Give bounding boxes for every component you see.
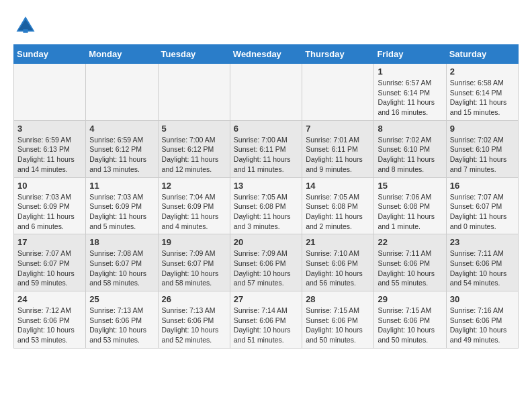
day-info: Sunrise: 7:10 AM Sunset: 6:06 PM Dayligh… — [306, 248, 370, 288]
day-number: 10 — [17, 181, 82, 191]
day-info: Sunrise: 7:11 AM Sunset: 6:06 PM Dayligh… — [378, 248, 442, 288]
day-info: Sunrise: 7:01 AM Sunset: 6:11 PM Dayligh… — [306, 135, 370, 175]
calendar-day-cell: 7Sunrise: 7:01 AM Sunset: 6:11 PM Daylig… — [302, 120, 374, 177]
calendar-day-cell: 28Sunrise: 7:15 AM Sunset: 6:06 PM Dayli… — [302, 291, 374, 349]
day-number: 5 — [162, 124, 226, 134]
day-info: Sunrise: 7:07 AM Sunset: 6:07 PM Dayligh… — [17, 248, 82, 288]
day-number: 26 — [162, 294, 226, 304]
calendar-week-row: 17Sunrise: 7:07 AM Sunset: 6:07 PM Dayli… — [14, 234, 519, 291]
day-number: 11 — [89, 181, 154, 191]
day-number: 24 — [17, 294, 82, 304]
calendar-day-cell: 24Sunrise: 7:12 AM Sunset: 6:06 PM Dayli… — [14, 291, 86, 349]
day-info: Sunrise: 7:02 AM Sunset: 6:10 PM Dayligh… — [378, 135, 442, 175]
day-number: 28 — [306, 294, 370, 304]
logo — [13, 13, 40, 38]
weekday-header-sunday: Sunday — [14, 45, 86, 64]
day-number: 25 — [89, 294, 154, 304]
day-info: Sunrise: 7:12 AM Sunset: 6:06 PM Dayligh… — [17, 306, 82, 345]
calendar-week-row: 10Sunrise: 7:03 AM Sunset: 6:09 PM Dayli… — [14, 177, 519, 234]
day-number: 4 — [89, 124, 154, 134]
day-info: Sunrise: 7:00 AM Sunset: 6:12 PM Dayligh… — [162, 135, 226, 175]
day-info: Sunrise: 7:16 AM Sunset: 6:06 PM Dayligh… — [450, 306, 515, 345]
calendar-day-cell: 23Sunrise: 7:11 AM Sunset: 6:06 PM Dayli… — [446, 234, 518, 291]
calendar-week-row: 24Sunrise: 7:12 AM Sunset: 6:06 PM Dayli… — [14, 291, 519, 349]
calendar-day-cell: 3Sunrise: 6:59 AM Sunset: 6:13 PM Daylig… — [14, 120, 86, 177]
day-number: 30 — [450, 294, 515, 304]
calendar-day-cell: 26Sunrise: 7:13 AM Sunset: 6:06 PM Dayli… — [158, 291, 230, 349]
calendar-day-cell: 27Sunrise: 7:14 AM Sunset: 6:06 PM Dayli… — [230, 291, 302, 349]
calendar-day-cell: 18Sunrise: 7:08 AM Sunset: 6:07 PM Dayli… — [86, 234, 158, 291]
day-number: 18 — [89, 237, 154, 247]
calendar-day-cell: 10Sunrise: 7:03 AM Sunset: 6:09 PM Dayli… — [14, 177, 86, 234]
page-header — [13, 13, 519, 38]
calendar-day-cell: 12Sunrise: 7:04 AM Sunset: 6:09 PM Dayli… — [158, 177, 230, 234]
weekday-header-wednesday: Wednesday — [230, 45, 302, 64]
weekday-header-thursday: Thursday — [302, 45, 374, 64]
calendar-day-cell: 22Sunrise: 7:11 AM Sunset: 6:06 PM Dayli… — [374, 234, 446, 291]
calendar-day-cell: 29Sunrise: 7:15 AM Sunset: 6:06 PM Dayli… — [374, 291, 446, 349]
day-number: 7 — [306, 124, 370, 134]
day-info: Sunrise: 7:15 AM Sunset: 6:06 PM Dayligh… — [378, 306, 442, 345]
calendar-day-cell: 13Sunrise: 7:05 AM Sunset: 6:08 PM Dayli… — [230, 177, 302, 234]
day-number: 20 — [234, 237, 298, 247]
calendar-day-cell: 2Sunrise: 6:58 AM Sunset: 6:14 PM Daylig… — [446, 64, 518, 121]
calendar-day-cell — [230, 64, 302, 121]
calendar-day-cell: 11Sunrise: 7:03 AM Sunset: 6:09 PM Dayli… — [86, 177, 158, 234]
day-number: 16 — [450, 181, 515, 191]
day-number: 21 — [306, 237, 370, 247]
day-info: Sunrise: 7:05 AM Sunset: 6:08 PM Dayligh… — [234, 192, 298, 232]
day-info: Sunrise: 7:00 AM Sunset: 6:11 PM Dayligh… — [234, 135, 298, 175]
weekday-header-monday: Monday — [86, 45, 158, 64]
day-info: Sunrise: 7:15 AM Sunset: 6:06 PM Dayligh… — [306, 306, 370, 345]
day-info: Sunrise: 6:59 AM Sunset: 6:13 PM Dayligh… — [17, 135, 82, 175]
calendar-table: SundayMondayTuesdayWednesdayThursdayFrid… — [13, 44, 519, 349]
calendar-week-row: 3Sunrise: 6:59 AM Sunset: 6:13 PM Daylig… — [14, 120, 519, 177]
calendar-day-cell: 21Sunrise: 7:10 AM Sunset: 6:06 PM Dayli… — [302, 234, 374, 291]
calendar-day-cell — [14, 64, 86, 121]
day-info: Sunrise: 7:14 AM Sunset: 6:06 PM Dayligh… — [234, 306, 298, 345]
logo-icon — [13, 13, 38, 38]
calendar-day-cell: 20Sunrise: 7:09 AM Sunset: 6:06 PM Dayli… — [230, 234, 302, 291]
day-info: Sunrise: 7:09 AM Sunset: 6:06 PM Dayligh… — [234, 248, 298, 288]
day-info: Sunrise: 7:05 AM Sunset: 6:08 PM Dayligh… — [306, 192, 370, 232]
calendar-day-cell: 1Sunrise: 6:57 AM Sunset: 6:14 PM Daylig… — [374, 64, 446, 121]
day-number: 23 — [450, 237, 515, 247]
calendar-week-row: 1Sunrise: 6:57 AM Sunset: 6:14 PM Daylig… — [14, 64, 519, 121]
calendar-day-cell: 16Sunrise: 7:07 AM Sunset: 6:07 PM Dayli… — [446, 177, 518, 234]
day-info: Sunrise: 7:13 AM Sunset: 6:06 PM Dayligh… — [162, 306, 226, 345]
day-number: 8 — [378, 124, 442, 134]
day-number: 2 — [450, 66, 515, 77]
day-number: 9 — [450, 124, 515, 134]
day-info: Sunrise: 6:59 AM Sunset: 6:12 PM Dayligh… — [89, 135, 154, 175]
day-info: Sunrise: 7:09 AM Sunset: 6:07 PM Dayligh… — [162, 248, 226, 288]
calendar-day-cell — [302, 64, 374, 121]
day-number: 19 — [162, 237, 226, 247]
day-number: 1 — [378, 66, 442, 77]
day-number: 12 — [162, 181, 226, 191]
calendar-day-cell: 6Sunrise: 7:00 AM Sunset: 6:11 PM Daylig… — [230, 120, 302, 177]
calendar-day-cell: 15Sunrise: 7:06 AM Sunset: 6:08 PM Dayli… — [374, 177, 446, 234]
svg-rect-2 — [23, 29, 28, 32]
day-number: 3 — [17, 124, 82, 134]
day-number: 27 — [234, 294, 298, 304]
calendar-day-cell: 19Sunrise: 7:09 AM Sunset: 6:07 PM Dayli… — [158, 234, 230, 291]
calendar-day-cell: 25Sunrise: 7:13 AM Sunset: 6:06 PM Dayli… — [86, 291, 158, 349]
day-info: Sunrise: 7:06 AM Sunset: 6:08 PM Dayligh… — [378, 192, 442, 232]
day-number: 29 — [378, 294, 442, 304]
day-info: Sunrise: 7:03 AM Sunset: 6:09 PM Dayligh… — [89, 192, 154, 232]
calendar-day-cell: 4Sunrise: 6:59 AM Sunset: 6:12 PM Daylig… — [86, 120, 158, 177]
day-info: Sunrise: 7:11 AM Sunset: 6:06 PM Dayligh… — [450, 248, 515, 288]
calendar-day-cell — [158, 64, 230, 121]
day-number: 13 — [234, 181, 298, 191]
day-number: 22 — [378, 237, 442, 247]
weekday-header-tuesday: Tuesday — [158, 45, 230, 64]
day-number: 14 — [306, 181, 370, 191]
weekday-header-friday: Friday — [374, 45, 446, 64]
day-info: Sunrise: 7:02 AM Sunset: 6:10 PM Dayligh… — [450, 135, 515, 175]
day-info: Sunrise: 6:58 AM Sunset: 6:14 PM Dayligh… — [450, 78, 515, 118]
calendar-day-cell: 5Sunrise: 7:00 AM Sunset: 6:12 PM Daylig… — [158, 120, 230, 177]
day-info: Sunrise: 7:03 AM Sunset: 6:09 PM Dayligh… — [17, 192, 82, 232]
day-info: Sunrise: 7:04 AM Sunset: 6:09 PM Dayligh… — [162, 192, 226, 232]
calendar-day-cell: 14Sunrise: 7:05 AM Sunset: 6:08 PM Dayli… — [302, 177, 374, 234]
day-number: 17 — [17, 237, 82, 247]
